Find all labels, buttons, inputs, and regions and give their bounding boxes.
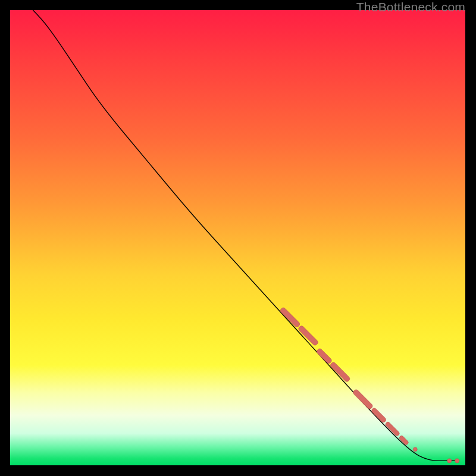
marker-segment	[281, 308, 300, 327]
marker-segment	[317, 349, 331, 363]
marker-segment	[399, 436, 408, 444]
marker-segment	[353, 390, 372, 409]
marker-point	[447, 459, 452, 463]
marker-segment	[331, 362, 350, 381]
chart-canvas	[10, 10, 465, 465]
marker-point	[455, 459, 459, 463]
bottleneck-curve	[33, 10, 456, 461]
marker-segment	[372, 408, 386, 422]
data-markers	[281, 308, 459, 463]
marker-point	[413, 447, 417, 452]
